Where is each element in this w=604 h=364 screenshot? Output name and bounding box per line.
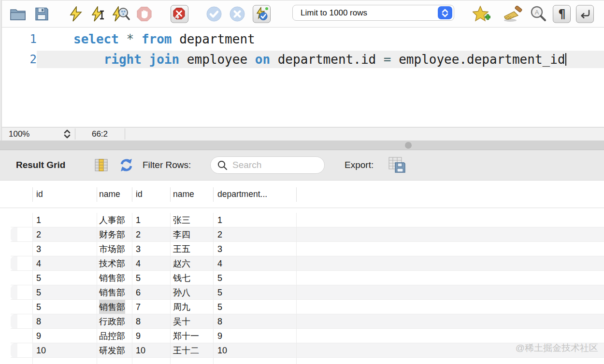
table-cell[interactable]: 王五: [173, 242, 190, 256]
column-divider[interactable]: [32, 187, 33, 202]
table-cell[interactable]: 3: [217, 242, 222, 256]
table-cell[interactable]: 4: [36, 256, 41, 271]
table-cell[interactable]: 赵六: [173, 256, 190, 271]
table-row[interactable]: 3市场部3王五3: [0, 242, 604, 256]
table-row[interactable]: 1人事部1张三1: [0, 213, 604, 227]
table-row[interactable]: 5销售部6孙八5: [0, 285, 604, 300]
table-cell[interactable]: 财务部: [99, 227, 125, 242]
table-cell[interactable]: 销售部: [99, 300, 125, 314]
table-cell[interactable]: 8: [217, 314, 222, 329]
table-cell[interactable]: 李四: [173, 227, 190, 242]
wrap-text-icon[interactable]: [576, 5, 594, 23]
execute-current-icon[interactable]: [92, 6, 105, 22]
column-header-2[interactable]: name: [99, 181, 120, 208]
table-cell[interactable]: 10: [136, 343, 145, 358]
column-header-3[interactable]: id: [136, 181, 143, 208]
splitter-handle-icon[interactable]: [405, 142, 412, 149]
table-cell[interactable]: 7: [136, 300, 141, 314]
column-divider[interactable]: [97, 187, 97, 202]
search-input[interactable]: Search: [210, 156, 325, 174]
table-cell[interactable]: 周九: [173, 300, 190, 314]
row-selector-cell[interactable]: [17, 343, 32, 358]
table-cell[interactable]: 人事部: [99, 213, 125, 227]
table-cell[interactable]: 市场部: [99, 242, 125, 256]
row-selector-cell[interactable]: [17, 314, 32, 329]
table-cell[interactable]: 张三: [173, 213, 190, 227]
open-file-icon[interactable]: [10, 7, 27, 21]
table-cell[interactable]: 5: [136, 271, 141, 285]
table-cell[interactable]: 8: [136, 314, 141, 329]
table-cell[interactable]: 10: [36, 343, 46, 358]
autocommit-icon[interactable]: [253, 5, 271, 23]
table-cell[interactable]: 1: [217, 213, 222, 227]
table-row[interactable]: 9品控部9郑十一9: [0, 329, 604, 343]
table-row[interactable]: 5销售部7周九5: [0, 300, 604, 314]
beautify-icon[interactable]: [503, 6, 525, 22]
table-cell[interactable]: 6: [136, 285, 141, 300]
table-cell[interactable]: 王十二: [173, 343, 199, 358]
table-cell[interactable]: 吴十: [173, 314, 190, 329]
table-cell[interactable]: 9: [36, 329, 41, 343]
column-divider[interactable]: [170, 187, 171, 202]
save-icon[interactable]: [35, 7, 49, 21]
row-selector-cell[interactable]: [17, 256, 32, 271]
execute-icon[interactable]: [70, 6, 82, 22]
table-cell[interactable]: 9: [136, 329, 141, 343]
table-cell[interactable]: 3: [36, 242, 41, 256]
table-cell[interactable]: 2: [36, 227, 41, 242]
table-cell[interactable]: 8: [36, 314, 41, 329]
table-cell[interactable]: 5: [217, 271, 222, 285]
table-cell[interactable]: 5: [217, 300, 222, 314]
table-cell[interactable]: 行政部: [99, 314, 125, 329]
table-cell[interactable]: 9: [217, 329, 222, 343]
table-cell[interactable]: 品控部: [99, 329, 125, 343]
zoom-stepper-icon[interactable]: [63, 129, 72, 142]
row-selector-cell[interactable]: [17, 285, 32, 300]
sql-editor[interactable]: 1select * from department2 right join em…: [2, 28, 604, 127]
table-cell[interactable]: 销售部: [99, 271, 125, 285]
table-cell[interactable]: 5: [36, 285, 41, 300]
column-divider[interactable]: [296, 187, 297, 202]
table-cell[interactable]: 1: [136, 213, 141, 227]
save-snippet-icon[interactable]: [473, 6, 490, 22]
table-row[interactable]: 4技术部4赵六4: [0, 256, 604, 271]
export-icon[interactable]: [388, 157, 407, 173]
column-header-5[interactable]: department...: [217, 181, 267, 208]
pane-splitter[interactable]: [0, 140, 604, 150]
invisibles-icon[interactable]: ¶: [553, 5, 571, 23]
table-cell[interactable]: 1: [36, 213, 41, 227]
table-cell[interactable]: 2: [217, 227, 222, 242]
column-header-4[interactable]: name: [173, 181, 194, 208]
table-cell[interactable]: 2: [136, 227, 141, 242]
column-divider[interactable]: [213, 187, 214, 202]
refresh-icon[interactable]: [119, 158, 134, 172]
table-row[interactable]: 5销售部5钱七5: [0, 271, 604, 285]
table-cell[interactable]: 5: [36, 300, 41, 314]
explain-icon[interactable]: [113, 6, 130, 22]
table-row[interactable]: 10研发部10王十二10: [0, 343, 604, 358]
column-divider[interactable]: [132, 187, 132, 202]
table-cell[interactable]: 钱七: [173, 271, 190, 285]
table-row[interactable]: 8行政部8吴十8: [0, 314, 604, 329]
code-line-1[interactable]: 1select * from department: [2, 30, 604, 48]
dropdown-stepper-icon[interactable]: [438, 6, 452, 19]
table-row[interactable]: 2财务部2李四2: [0, 227, 604, 242]
table-cell[interactable]: 4: [136, 256, 141, 271]
table-cell[interactable]: 技术部: [99, 256, 125, 271]
table-cell[interactable]: 孙八: [173, 285, 190, 300]
code-line-2[interactable]: 2 right join employee on department.id =…: [2, 51, 604, 68]
table-cell[interactable]: 10: [217, 343, 227, 358]
table-cell[interactable]: 5: [36, 271, 41, 285]
table-cell[interactable]: 3: [136, 242, 141, 256]
table-cell[interactable]: 郑十一: [173, 329, 199, 343]
find-icon[interactable]: A: [530, 6, 546, 22]
table-cell[interactable]: 销售部: [99, 285, 125, 300]
limit-rows-dropdown[interactable]: Limit to 1000 rows: [292, 5, 454, 21]
table-cell[interactable]: 研发部: [99, 343, 125, 358]
row-selector-cell[interactable]: [17, 227, 32, 242]
grid-icon[interactable]: [95, 159, 108, 171]
table-cell[interactable]: 5: [217, 285, 222, 300]
stop-on-error-icon[interactable]: [171, 5, 188, 23]
table-cell[interactable]: 4: [217, 256, 222, 271]
column-header-1[interactable]: id: [36, 181, 43, 208]
